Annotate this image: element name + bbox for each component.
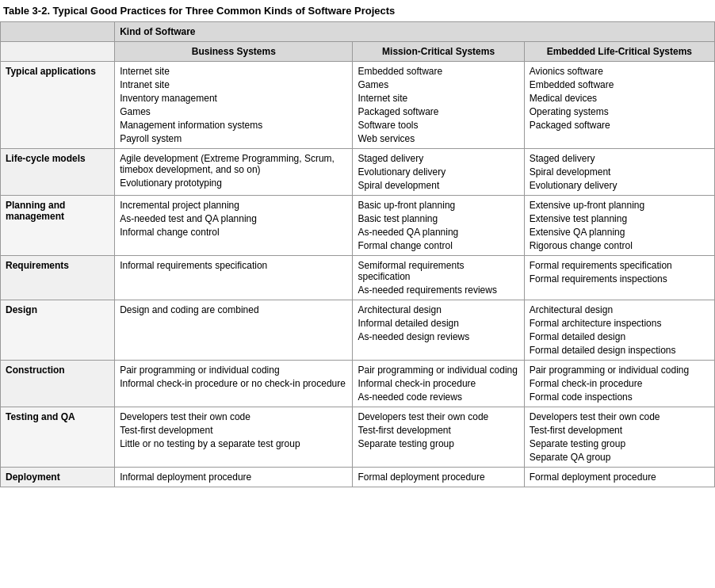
data-cell-2: Formal requirements specificationFormal … bbox=[524, 256, 714, 300]
list-item: Inventory management bbox=[120, 93, 347, 104]
list-item: Semiformal requirements specification bbox=[358, 260, 518, 282]
list-item: Informal check-in procedure bbox=[358, 378, 518, 389]
list-item: Spiral development bbox=[530, 166, 709, 178]
data-cell-1: Architectural designInformal detailed de… bbox=[353, 300, 524, 361]
data-cell-2: Pair programming or individual codingFor… bbox=[524, 361, 714, 407]
list-item: Extensive QA planning bbox=[530, 227, 709, 238]
data-cell-1: Formal deployment procedure bbox=[353, 468, 524, 487]
list-item: Games bbox=[120, 106, 347, 117]
list-item: Incremental project planning bbox=[120, 200, 347, 211]
list-item: Evolutionary delivery bbox=[530, 180, 709, 191]
list-item: Formal requirements inspections bbox=[530, 273, 709, 284]
data-cell-0: Internet siteIntranet siteInventory mana… bbox=[115, 62, 353, 149]
list-item: Formal check-in procedure bbox=[530, 378, 709, 389]
category-cell: Requirements bbox=[1, 256, 115, 300]
list-item: Architectural design bbox=[358, 304, 518, 315]
list-item: Developers test their own code bbox=[120, 411, 347, 422]
table-row: Typical applicationsInternet siteIntrane… bbox=[1, 62, 715, 149]
list-item: Web services bbox=[358, 133, 518, 144]
list-item: Embedded software bbox=[530, 79, 709, 90]
list-item: Pair programming or individual coding bbox=[120, 365, 347, 376]
list-item: Test-first development bbox=[120, 425, 347, 436]
list-item: Packaged software bbox=[358, 106, 518, 117]
header-col3: Embedded Life-Critical Systems bbox=[524, 42, 714, 62]
list-item: Formal detailed design inspections bbox=[530, 345, 709, 356]
list-item: Test-first development bbox=[358, 425, 518, 436]
list-item: Extensive test planning bbox=[530, 213, 709, 224]
header-kind: Kind of Software bbox=[115, 22, 715, 42]
list-item: Little or no testing by a separate test … bbox=[120, 438, 347, 449]
list-item: Medical devices bbox=[530, 93, 709, 104]
list-item: Pair programming or individual coding bbox=[358, 365, 518, 376]
table-row: Planning and managementIncremental proje… bbox=[1, 196, 715, 256]
list-item: Formal deployment procedure bbox=[530, 472, 709, 483]
header-cat-empty bbox=[1, 42, 115, 62]
list-item: Developers test their own code bbox=[530, 411, 709, 422]
list-item: Architectural design bbox=[530, 304, 709, 315]
category-cell: Testing and QA bbox=[1, 407, 115, 468]
table-row: RequirementsInformal requirements specif… bbox=[1, 256, 715, 300]
data-cell-1: Pair programming or individual codingInf… bbox=[353, 361, 524, 407]
data-cell-2: Extensive up-front planningExtensive tes… bbox=[524, 196, 714, 256]
list-item: Basic up-front planning bbox=[358, 200, 518, 211]
list-item: Formal change control bbox=[358, 240, 518, 251]
list-item: Separate testing group bbox=[358, 438, 518, 449]
data-cell-2: Staged deliverySpiral developmentEvoluti… bbox=[524, 149, 714, 196]
category-cell: Planning and management bbox=[1, 196, 115, 256]
list-item: Informal change control bbox=[120, 227, 347, 238]
data-cell-0: Incremental project planningAs-needed te… bbox=[115, 196, 353, 256]
list-item: Formal requirements specification bbox=[530, 260, 709, 271]
list-item: Design and coding are combined bbox=[120, 304, 347, 315]
list-item: Packaged software bbox=[530, 120, 709, 131]
category-cell: Typical applications bbox=[1, 62, 115, 149]
list-item: Formal code inspections bbox=[530, 391, 709, 403]
data-cell-0: Agile development (Extreme Programming, … bbox=[115, 149, 353, 196]
category-cell: Design bbox=[1, 300, 115, 361]
data-cell-2: Avionics softwareEmbedded softwareMedica… bbox=[524, 62, 714, 149]
data-cell-1: Embedded softwareGamesInternet sitePacka… bbox=[353, 62, 524, 149]
data-cell-0: Informal requirements specification bbox=[115, 256, 353, 300]
header-col1: Business Systems bbox=[115, 42, 353, 62]
page-title: Table 3-2. Typical Good Practices for Th… bbox=[0, 0, 715, 21]
data-cell-2: Formal deployment procedure bbox=[524, 468, 714, 487]
list-item: Internet site bbox=[358, 93, 518, 104]
list-item: Embedded software bbox=[358, 66, 518, 77]
data-cell-1: Developers test their own codeTest-first… bbox=[353, 407, 524, 468]
data-cell-1: Semiformal requirements specificationAs-… bbox=[353, 256, 524, 300]
list-item: Informal requirements specification bbox=[120, 260, 347, 271]
list-item: Formal deployment procedure bbox=[358, 472, 518, 483]
category-cell: Life-cycle models bbox=[1, 149, 115, 196]
data-cell-0: Developers test their own codeTest-first… bbox=[115, 407, 353, 468]
table-row: ConstructionPair programming or individu… bbox=[1, 361, 715, 407]
list-item: Software tools bbox=[358, 120, 518, 131]
header-empty bbox=[1, 22, 115, 42]
list-item: Evolutionary delivery bbox=[358, 166, 518, 178]
data-cell-2: Developers test their own codeTest-first… bbox=[524, 407, 714, 468]
list-item: Formal architecture inspections bbox=[530, 318, 709, 329]
table-row: DesignDesign and coding are combinedArch… bbox=[1, 300, 715, 361]
list-item: Pair programming or individual coding bbox=[530, 365, 709, 376]
list-item: Avionics software bbox=[530, 66, 709, 77]
list-item: Internet site bbox=[120, 66, 347, 77]
data-cell-0: Pair programming or individual codingInf… bbox=[115, 361, 353, 407]
data-cell-1: Basic up-front planningBasic test planni… bbox=[353, 196, 524, 256]
list-item: As-needed QA planning bbox=[358, 227, 518, 238]
data-cell-0: Design and coding are combined bbox=[115, 300, 353, 361]
list-item: Developers test their own code bbox=[358, 411, 518, 422]
list-item: Staged delivery bbox=[530, 153, 709, 164]
list-item: Test-first development bbox=[530, 425, 709, 436]
category-cell: Deployment bbox=[1, 468, 115, 487]
list-item: Separate testing group bbox=[530, 438, 709, 449]
list-item: As-needed design reviews bbox=[358, 331, 518, 342]
list-item: Games bbox=[358, 79, 518, 90]
list-item: Staged delivery bbox=[358, 153, 518, 164]
list-item: Operating systems bbox=[530, 106, 709, 117]
list-item: Evolutionary prototyping bbox=[120, 178, 347, 189]
list-item: Extensive up-front planning bbox=[530, 200, 709, 211]
table-row: Life-cycle modelsAgile development (Extr… bbox=[1, 149, 715, 196]
data-cell-1: Staged deliveryEvolutionary deliverySpir… bbox=[353, 149, 524, 196]
list-item: Informal detailed design bbox=[358, 318, 518, 329]
list-item: Rigorous change control bbox=[530, 240, 709, 251]
list-item: Management information systems bbox=[120, 120, 347, 131]
list-item: As-needed code reviews bbox=[358, 391, 518, 403]
